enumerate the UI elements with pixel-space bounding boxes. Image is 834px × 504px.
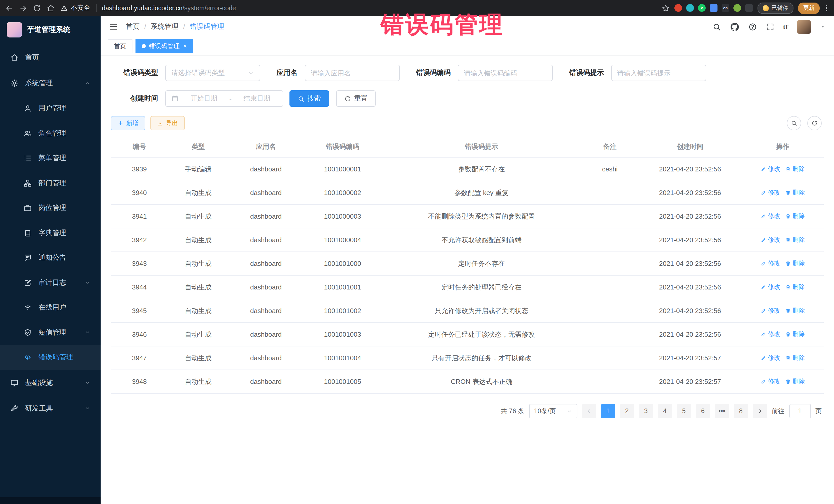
delete-link[interactable]: 删除 [785,306,805,315]
export-button[interactable]: 导出 [150,116,185,130]
edit-link[interactable]: 修改 [761,212,780,221]
sidebar-item-审计日志[interactable]: 审计日志 [0,270,101,295]
paused-badge[interactable]: 已暂停 [758,2,793,14]
delete-link[interactable]: 删除 [785,283,805,291]
edit-link[interactable]: 修改 [761,236,780,244]
search-button[interactable]: 搜索 [289,90,329,107]
delete-icon [785,237,791,243]
edit-link[interactable]: 修改 [761,188,780,197]
sidebar-item-首页[interactable]: 首页 [0,45,101,70]
error-code-input[interactable] [458,65,553,81]
edit-link[interactable]: 修改 [761,165,780,174]
add-button[interactable]: 新增 [111,116,145,130]
edit-link[interactable]: 修改 [761,354,780,363]
page-button-4[interactable]: 4 [658,404,672,418]
sidebar-item-岗位管理[interactable]: 岗位管理 [0,196,101,220]
cell-app: dashboard [228,275,303,299]
font-size-icon[interactable]: tT [783,23,788,30]
delete-link[interactable]: 删除 [785,236,805,244]
cell-code: 1001001002 [303,299,382,323]
toggle-search-button[interactable] [787,116,801,130]
reload-icon[interactable] [33,4,41,12]
sidebar-item-系统管理[interactable]: 系统管理 [0,70,101,96]
update-button[interactable]: 更新 [798,2,820,14]
tab-首页[interactable]: 首页 [108,39,132,53]
help-icon[interactable] [748,22,757,31]
security-indicator[interactable]: 不安全 [61,4,90,12]
menu-fold-icon[interactable] [109,22,118,31]
browser-menu-icon[interactable] [824,5,829,11]
delete-link[interactable]: 删除 [785,165,805,174]
delete-link[interactable]: 删除 [785,259,805,268]
browser-home-icon[interactable] [47,4,55,12]
page-button-8[interactable]: 8 [734,404,748,418]
breadcrumb-item[interactable]: 系统管理 [151,22,179,31]
dropper-extension-icon[interactable] [686,4,694,12]
edit-link[interactable]: 修改 [761,283,780,291]
pin-extension-icon[interactable] [745,4,753,12]
breadcrumb-item[interactable]: 错误码管理 [190,22,224,31]
onetab-extension-icon[interactable]: on [722,4,729,12]
prev-page-button[interactable] [582,404,596,418]
logo[interactable]: 芋道管理系统 [0,16,101,44]
sidebar-item-错误码管理[interactable]: 错误码管理 [0,345,101,370]
table-tools [787,116,824,130]
sidebar-item-字典管理[interactable]: 字典管理 [0,220,101,245]
page-ellipsis[interactable]: ••• [715,404,729,418]
breadcrumb-item[interactable]: 首页 [126,22,139,31]
v-extension-icon[interactable]: V [698,4,706,12]
error-type-select[interactable]: 请选择错误码类型 [165,65,260,81]
tab-错误码管理[interactable]: 错误码管理× [135,39,193,53]
sidebar-item-研发工具[interactable]: 研发工具 [0,395,101,421]
close-icon[interactable]: × [183,43,187,49]
delete-link[interactable]: 删除 [785,330,805,339]
delete-icon [785,284,791,290]
sidebar-item-部门管理[interactable]: 部门管理 [0,171,101,196]
edit-link[interactable]: 修改 [761,259,780,268]
caret-down-icon[interactable] [820,24,826,30]
fullscreen-icon[interactable] [766,22,774,31]
reset-button[interactable]: 重置 [336,90,376,107]
edit-link[interactable]: 修改 [761,377,780,386]
page-button-1[interactable]: 1 [601,404,615,418]
sidebar-item-用户管理[interactable]: 用户管理 [0,96,101,121]
sidebar-item-通知公告[interactable]: 通知公告 [0,245,101,270]
error-hint-input[interactable] [611,65,706,81]
topbar-actions: tT [712,20,826,34]
forward-icon[interactable] [19,4,27,12]
edit-link[interactable]: 修改 [761,330,780,339]
delete-link[interactable]: 删除 [785,188,805,197]
page-button-2[interactable]: 2 [620,404,634,418]
sidebar-item-角色管理[interactable]: 角色管理 [0,121,101,146]
refresh-table-button[interactable] [807,116,822,130]
leaf-extension-icon[interactable] [733,4,741,12]
next-page-button[interactable] [753,404,767,418]
edit-link[interactable]: 修改 [761,306,780,315]
bookmark-star-icon[interactable] [662,4,670,12]
recorder-extension-icon[interactable] [674,4,682,12]
goto-page-input[interactable] [789,404,811,418]
page-button-6[interactable]: 6 [696,404,710,418]
sidebar-item-短信管理[interactable]: 短信管理 [0,320,101,345]
sidebar-item-菜单管理[interactable]: 菜单管理 [0,146,101,171]
cell-app: dashboard [228,181,303,204]
page-button-5[interactable]: 5 [677,404,691,418]
avatar[interactable] [797,20,811,34]
page-size-select[interactable]: 10条/页 [529,404,577,418]
sidebar-item-在线用户[interactable]: 在线用户 [0,295,101,320]
app-name-input[interactable] [305,65,399,81]
github-icon[interactable] [729,22,739,31]
back-icon[interactable] [5,4,13,12]
grid-extension-icon[interactable] [710,4,718,12]
delete-link[interactable]: 删除 [785,377,805,386]
delete-link[interactable]: 删除 [785,212,805,221]
page-button-3[interactable]: 3 [639,404,653,418]
search-icon[interactable] [712,22,721,31]
address-bar[interactable]: dashboard.yudao.iocoder.cn/system/error-… [102,4,236,12]
cell-actions: 修改删除 [742,157,824,181]
sidebar-collapse-bar[interactable] [0,497,101,504]
column-header-错误码提示: 错误码提示 [382,136,581,157]
date-range-picker[interactable]: 开始日期 - 结束日期 [165,90,283,107]
sidebar-item-基础设施[interactable]: 基础设施 [0,370,101,395]
delete-link[interactable]: 删除 [785,354,805,363]
